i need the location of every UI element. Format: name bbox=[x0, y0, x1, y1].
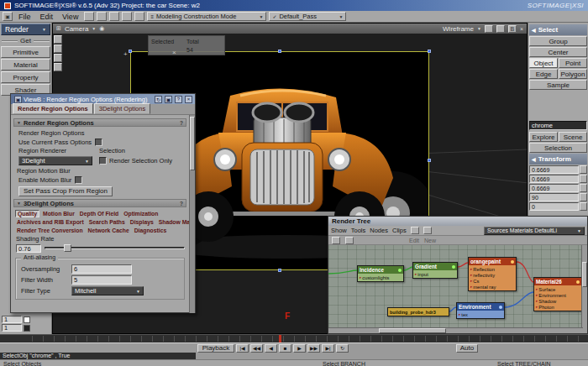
subtab-diagnostics[interactable]: Diagnostics bbox=[133, 227, 169, 233]
rt-new-label[interactable]: New bbox=[424, 238, 436, 243]
shading-rate-slider[interactable] bbox=[45, 244, 185, 253]
subtab-displays[interactable]: Displays bbox=[129, 219, 155, 225]
get-material-button[interactable]: Material bbox=[1, 59, 50, 71]
filter-polygon-button[interactable]: Polygon bbox=[559, 69, 587, 79]
region-handle[interactable] bbox=[278, 50, 281, 53]
group-button[interactable]: Group bbox=[529, 36, 587, 46]
viewport-tool-icon-3[interactable] bbox=[54, 54, 62, 62]
playback-button[interactable]: Playback bbox=[197, 344, 234, 353]
tab-3delight-options[interactable]: 3Delight Options bbox=[94, 103, 150, 114]
play-head[interactable] bbox=[279, 335, 281, 342]
close-icon[interactable]: × bbox=[520, 26, 523, 32]
node-port[interactable]: ▸Surface bbox=[536, 286, 580, 292]
node-gradient[interactable]: Gradient ▸input bbox=[412, 262, 458, 279]
camera-menu[interactable]: Camera bbox=[65, 25, 88, 33]
enable-motion-blur-checkbox[interactable] bbox=[75, 176, 82, 184]
app-menu-icon[interactable]: ▣ bbox=[3, 12, 13, 21]
render-selection-only-checkbox[interactable] bbox=[99, 157, 107, 165]
slider-thumb[interactable] bbox=[64, 244, 71, 252]
filter-object-button[interactable]: Object bbox=[529, 58, 558, 68]
weight-field-2[interactable]: 1 bbox=[2, 324, 22, 332]
toolbar-icon-5[interactable] bbox=[134, 12, 144, 21]
node-incidence[interactable]: Incidence ▸customlights bbox=[357, 265, 404, 282]
select-header[interactable]: ◀ Select bbox=[529, 24, 587, 35]
subtab-quality[interactable]: Quality bbox=[15, 210, 39, 217]
stop-button[interactable]: ■ bbox=[279, 344, 291, 353]
transform-value-z[interactable]: 0.6669 bbox=[529, 184, 579, 192]
rt-menu-tools[interactable]: Tools bbox=[351, 227, 366, 234]
view-letter-button[interactable]: B bbox=[508, 25, 517, 33]
pin-icon[interactable]: ▣ bbox=[165, 96, 172, 103]
toolbar-icon-3[interactable] bbox=[109, 12, 119, 21]
render-tree-vscrollbar[interactable] bbox=[581, 245, 587, 333]
center-button[interactable]: Center bbox=[529, 47, 587, 57]
explore-button[interactable]: Explore bbox=[529, 132, 558, 142]
node-port[interactable]: ▸Photon bbox=[536, 304, 580, 310]
loop-button[interactable]: ↻ bbox=[336, 344, 349, 353]
toolbar-icon-2[interactable] bbox=[97, 12, 107, 21]
axis-button[interactable] bbox=[580, 202, 587, 211]
viewport-icon-b[interactable] bbox=[496, 25, 505, 33]
node-port[interactable]: ▸tex bbox=[459, 311, 502, 317]
rt-menu-show[interactable]: Show bbox=[331, 227, 347, 234]
lock-icon[interactable] bbox=[411, 227, 419, 234]
subtab-depth-of-field[interactable]: Depth Of Field bbox=[78, 211, 120, 217]
node-port[interactable]: ▸reflectivity bbox=[470, 272, 514, 278]
sample-button[interactable]: Sample bbox=[529, 80, 587, 90]
render-tree-canvas[interactable]: Incidence ▸customlights Gradient ▸input … bbox=[328, 245, 587, 333]
render-tree-titlebar[interactable]: Render Tree bbox=[328, 217, 587, 226]
help-icon[interactable]: ? bbox=[175, 96, 182, 103]
weight-field-1[interactable]: 1 bbox=[2, 316, 22, 323]
axis-button[interactable] bbox=[580, 184, 587, 192]
node-port[interactable]: ▸input bbox=[415, 271, 455, 277]
oversampling-field[interactable]: 6 bbox=[71, 264, 132, 274]
get-property-button[interactable]: Property bbox=[1, 71, 50, 83]
render-tree-hscrollbar[interactable] bbox=[328, 327, 583, 333]
menu-edit[interactable]: Edit bbox=[37, 13, 57, 21]
timeline-ruler[interactable] bbox=[32, 336, 586, 342]
transform-value-extra[interactable]: 0 bbox=[529, 202, 579, 211]
step-back-button[interactable]: ◀ bbox=[265, 344, 277, 353]
rt-edit-label[interactable]: Edit bbox=[409, 238, 419, 243]
region-close-icon[interactable]: × bbox=[172, 49, 176, 56]
go-to-end-button[interactable]: ▶| bbox=[322, 344, 334, 353]
subtab-optimization[interactable]: Optimization bbox=[122, 211, 160, 217]
rt-tool-icon-2[interactable] bbox=[345, 237, 354, 244]
shading-rate-field[interactable]: 0.76 bbox=[16, 244, 41, 253]
filter-width-field[interactable]: 5 bbox=[71, 275, 132, 285]
axis-button[interactable] bbox=[580, 175, 587, 183]
subtab-archives[interactable]: Archives and RIB Export bbox=[15, 219, 86, 225]
filter-edge-button[interactable]: Edge bbox=[529, 69, 558, 79]
region-renderer-select[interactable]: 3Delight ▼ bbox=[18, 156, 92, 165]
node-port[interactable]: ▸mental ray bbox=[470, 284, 514, 290]
filter-type-select[interactable]: Mitchell ▼ bbox=[71, 286, 144, 295]
set-pass-crop-button[interactable]: Set Pass Crop From Region bbox=[18, 186, 113, 196]
viewport-tool-icon-1[interactable] bbox=[54, 35, 62, 44]
go-to-start-button[interactable]: |◀ bbox=[236, 344, 249, 353]
color-swatch-white[interactable] bbox=[24, 316, 30, 323]
timeline[interactable] bbox=[0, 334, 588, 342]
region-handle[interactable] bbox=[278, 269, 281, 272]
node-port[interactable]: ▸Cs bbox=[470, 278, 514, 284]
subtab-search-paths[interactable]: Search Paths bbox=[87, 219, 127, 225]
axis-button[interactable] bbox=[580, 193, 587, 201]
viewport-tool-icon-4[interactable] bbox=[54, 63, 62, 71]
subtab-motion-blur[interactable]: Motion Blur bbox=[41, 211, 76, 217]
scene-button[interactable]: Scene bbox=[559, 132, 587, 142]
use-current-pass-checkbox[interactable] bbox=[95, 139, 102, 146]
help-icon[interactable]: ? bbox=[180, 201, 183, 207]
display-mode-menu[interactable]: Wireframe bbox=[443, 25, 474, 33]
node-material26[interactable]: Material26 ▸Surface ▸Environment ▸Shadow… bbox=[533, 277, 582, 311]
rt-tool-icon-1[interactable] bbox=[332, 237, 340, 244]
region-handle[interactable] bbox=[428, 50, 431, 53]
filter-point-button[interactable]: Point bbox=[559, 58, 587, 68]
section-3delight-options[interactable]: ▼ 3Delight Options ? bbox=[13, 199, 186, 207]
color-swatch-black[interactable] bbox=[24, 325, 30, 332]
viewport-icon-a[interactable] bbox=[485, 25, 493, 33]
menu-view[interactable]: View bbox=[59, 13, 81, 21]
toolbar-icon-4[interactable] bbox=[122, 12, 132, 21]
views-grid-icon[interactable]: ⊞ bbox=[56, 25, 61, 32]
update-icon[interactable] bbox=[423, 227, 432, 234]
help-icon[interactable]: ? bbox=[180, 120, 183, 126]
eye-icon[interactable]: ◉ bbox=[99, 25, 104, 32]
